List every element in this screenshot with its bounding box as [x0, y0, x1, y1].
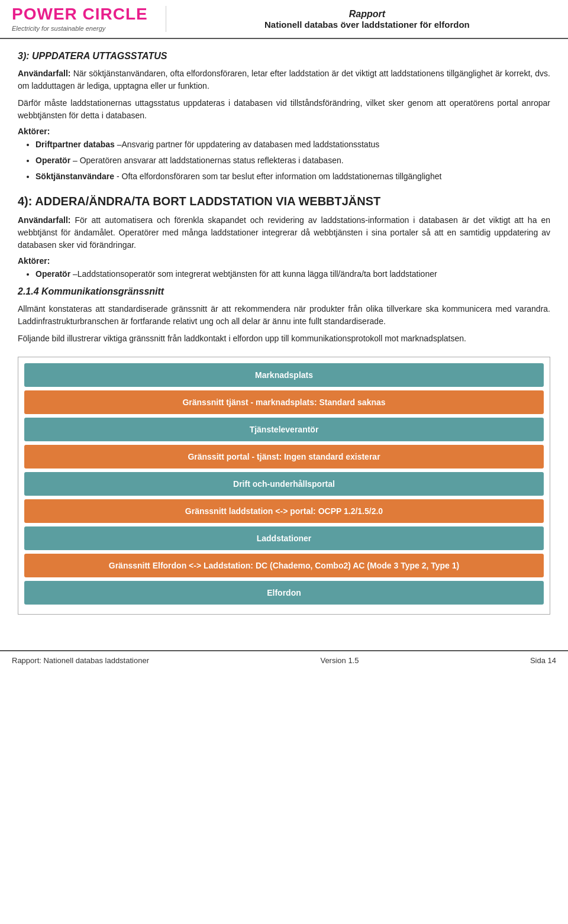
- header-right: Rapport Nationell databas över laddstati…: [166, 6, 556, 32]
- section4-actor1-text: –Laddstationsoperatör som integrerat web…: [73, 269, 437, 279]
- actor3-bold: Söktjänstanvändare: [36, 172, 114, 181]
- anvandarfall-label: Användarfall:: [18, 69, 70, 78]
- list-item: Söktjänstanvändare - Ofta elfordonsförar…: [36, 170, 550, 183]
- section3-actors-list: Driftpartner databas –Ansvarig partner f…: [36, 138, 550, 183]
- diagram-row-6: Gränssnitt laddstation <-> portal: OCPP …: [24, 499, 544, 523]
- report-title: Nationell databas över laddstationer för…: [264, 20, 470, 30]
- logo-subtitle: Electricity for sustainable energy: [12, 25, 148, 32]
- diagram-box-granssnitt4: Gränssnitt Elfordon <-> Laddstation: DC …: [24, 554, 544, 577]
- actor2-text: – Operatören ansvarar att laddstationern…: [73, 156, 344, 165]
- diagram-box-tjanste: Tjänsteleverantör: [24, 418, 544, 441]
- actor2-bold: Operatör: [36, 156, 70, 165]
- diagram-row-7: Laddstationer: [24, 526, 544, 550]
- logo-area: POWER CIRCLE Electricity for sustainable…: [12, 6, 148, 32]
- footer-left: Rapport: Nationell databas laddstationer: [12, 656, 149, 665]
- bild-text: Följande bild illustrerar viktiga gränss…: [18, 332, 550, 345]
- actor1-text: –Ansvarig partner för uppdatering av dat…: [117, 140, 380, 149]
- list-item: Operatör – Operatören ansvarar att ladds…: [36, 154, 550, 167]
- diagram-row-9: Elfordon: [24, 581, 544, 605]
- list-item: Driftpartner databas –Ansvarig partner f…: [36, 138, 550, 151]
- kommunikation-diagram: Marknadsplats Gränssnitt tjänst - markna…: [18, 357, 550, 615]
- diagram-box-marknadsplats: Marknadsplats: [24, 363, 544, 387]
- section4-anvandarfall-label: Användarfall:: [18, 215, 70, 225]
- diagram-row-8: Gränssnitt Elfordon <-> Laddstation: DC …: [24, 554, 544, 577]
- diagram-box-elfordon: Elfordon: [24, 581, 544, 605]
- section4-actors-list: Operatör –Laddstationsoperatör som integ…: [36, 268, 550, 280]
- diagram-box-laddstationer: Laddstationer: [24, 526, 544, 550]
- section3-darfor: Därför måste laddstationernas uttagsstat…: [18, 97, 550, 122]
- diagram-box-drift: Drift och-underhållsportal: [24, 472, 544, 496]
- diagram-box-granssnitt1: Gränssnitt tjänst - marknadsplats: Stand…: [24, 390, 544, 414]
- logo-title: POWER CIRCLE: [12, 6, 148, 22]
- diagram-row-2: Gränssnitt tjänst - marknadsplats: Stand…: [24, 390, 544, 414]
- section4-anvandarfall: Användarfall: För att automatisera och f…: [18, 214, 550, 251]
- section4-heading: 4): ADDERA/ÄNDRA/TA BORT LADDSTATION VIA…: [18, 195, 550, 208]
- rapport-label: Rapport: [349, 9, 385, 20]
- actor1-bold: Driftpartner databas: [36, 140, 115, 149]
- diagram-box-granssnitt2: Gränssitt portal - tjänst: Ingen standar…: [24, 445, 544, 469]
- header: POWER CIRCLE Electricity for sustainable…: [0, 0, 568, 39]
- section3-anvandarfall: Användarfall: När söktjänstanvändaren, o…: [18, 67, 550, 92]
- diagram-row-4: Gränssitt portal - tjänst: Ingen standar…: [24, 445, 544, 469]
- section4-actor1-bold: Operatör: [36, 269, 70, 279]
- actor3-text: - Ofta elfordonsföraren som tar beslut e…: [117, 172, 441, 181]
- footer-right: Sida 14: [530, 656, 556, 665]
- diagram-row-3: Tjänsteleverantör: [24, 418, 544, 441]
- diagram-row-1: Marknadsplats: [24, 363, 544, 387]
- anvandarfall-text: När söktjänstanvändaren, ofta elfordonsf…: [18, 69, 550, 91]
- section3-aktorer-label: Aktörer:: [18, 127, 550, 136]
- section4-anvandarfall-text: För att automatisera och förenkla skapan…: [18, 215, 550, 250]
- section4-aktorer-label: Aktörer:: [18, 256, 550, 266]
- kommunikation-heading: 2.1.4 Kommunikationsgränssnitt: [18, 286, 550, 297]
- kommunikation-intro: Allmänt konstateras att standardiserade …: [18, 303, 550, 328]
- main-content: 3): UPPDATERA UTTAGSSTATUS Användarfall:…: [0, 39, 568, 638]
- footer-center: Version 1.5: [320, 656, 359, 665]
- list-item: Operatör –Laddstationsoperatör som integ…: [36, 268, 550, 280]
- section3-heading: 3): UPPDATERA UTTAGSSTATUS: [18, 51, 550, 62]
- diagram-box-granssnitt3: Gränssnitt laddstation <-> portal: OCPP …: [24, 499, 544, 523]
- footer: Rapport: Nationell databas laddstationer…: [0, 650, 568, 670]
- diagram-row-5: Drift och-underhållsportal: [24, 472, 544, 496]
